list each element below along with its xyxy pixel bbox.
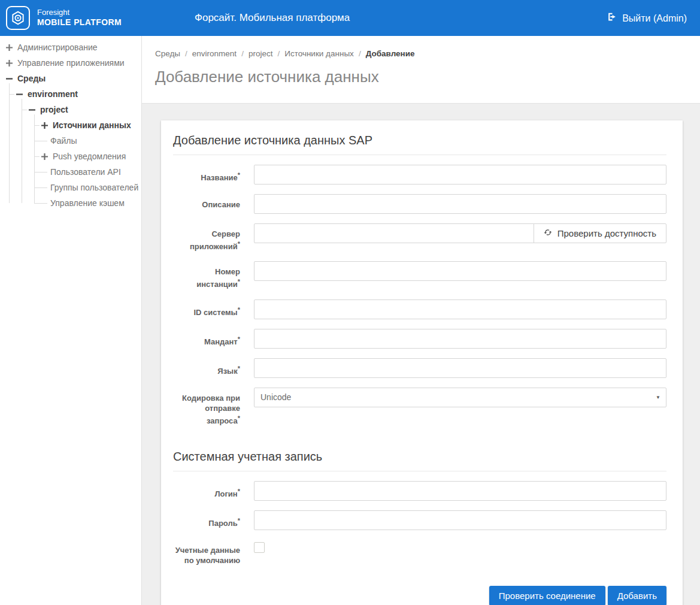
language-label: Язык* (173, 358, 240, 378)
description-input[interactable] (254, 194, 666, 214)
collapse-minus-icon[interactable] (6, 75, 13, 82)
breadcrumb-data-sources[interactable]: Источники данных (284, 49, 354, 58)
breadcrumb-environment[interactable]: environment (192, 49, 237, 58)
expand-plus-icon[interactable] (41, 122, 48, 129)
sidebar-item-cache-management[interactable]: Управление кэшем (34, 195, 141, 211)
app-window: Foresight MOBILE PLATFORM Форсайт. Мобил… (0, 0, 700, 605)
default-credentials-checkbox[interactable] (254, 542, 265, 553)
form-row-password: Пароль* (173, 510, 666, 530)
logo: Foresight MOBILE PLATFORM (6, 6, 122, 30)
instance-number-input[interactable] (254, 261, 666, 281)
add-button[interactable]: Добавить (608, 586, 666, 605)
sidebar-item-files[interactable]: Файлы (34, 133, 141, 149)
refresh-icon (544, 228, 552, 238)
encoding-selected-value: Unicode (260, 392, 291, 402)
tree-connector (34, 172, 47, 173)
sidebar-item-data-sources[interactable]: Источники данных (34, 117, 141, 133)
breadcrumb-separator: / (359, 49, 361, 58)
logo-text: Foresight MOBILE PLATFORM (37, 8, 122, 28)
breadcrumb-separator: / (277, 49, 280, 58)
form-row-system-id: ID системы* (173, 300, 666, 319)
breadcrumb-separator: / (185, 49, 187, 58)
required-marker: * (238, 171, 240, 179)
section-title-sap: Добавление источника данных SAP (173, 134, 666, 155)
language-input[interactable] (254, 358, 666, 378)
logo-line2: MOBILE PLATFORM (37, 17, 122, 28)
system-id-label: ID системы* (173, 300, 240, 319)
tree-connector (9, 94, 14, 95)
breadcrumb-project[interactable]: project (249, 49, 273, 58)
required-marker: * (238, 306, 240, 313)
logout-icon (607, 12, 617, 25)
sidebar-item-app-management[interactable]: Управление приложениями (0, 55, 141, 71)
sidebar-nav-tree: Администрирование Управление приложениям… (0, 36, 142, 605)
encoding-label: Кодировка при отправке запроса* (173, 388, 240, 426)
foresight-logo-icon (6, 6, 30, 30)
required-marker: * (238, 365, 240, 372)
expand-plus-icon[interactable] (41, 153, 48, 160)
breadcrumb-environments[interactable]: Среды (155, 49, 180, 58)
login-input[interactable] (254, 481, 666, 501)
sidebar-item-environments[interactable]: Среды (0, 71, 141, 86)
mandant-input[interactable] (254, 329, 666, 349)
breadcrumb: Среды / environment / project / Источник… (155, 49, 688, 58)
breadcrumb-current: Добавление (366, 49, 415, 58)
expand-plus-icon[interactable] (6, 44, 13, 51)
page-title: Добавление источника данных (155, 68, 688, 86)
collapse-minus-icon[interactable] (16, 91, 23, 98)
form-row-default-credentials: Учетные данные по умолчанию (173, 540, 666, 565)
mandant-label: Мандант* (173, 329, 240, 349)
password-label: Пароль* (173, 510, 240, 530)
sidebar-item-push-notifications[interactable]: Push уведомления (34, 149, 141, 164)
form-row-mandant: Мандант* (173, 329, 666, 349)
required-marker: * (238, 415, 240, 422)
server-label: Сервер приложений* (173, 223, 240, 252)
tree-connector (22, 110, 27, 110)
form-row-login: Логин* (173, 481, 666, 501)
server-input[interactable] (254, 223, 534, 243)
sidebar-item-project[interactable]: project (22, 102, 141, 117)
logout-button[interactable]: Выйти (Admin) (607, 12, 687, 25)
required-marker: * (238, 488, 240, 495)
check-availability-label: Проверить доступность (557, 228, 656, 238)
form-row-server: Сервер приложений* Проверить доступность (173, 223, 666, 252)
required-marker: * (238, 517, 240, 524)
logout-label: Выйти (Admin) (622, 13, 687, 23)
chevron-down-icon: ▼ (656, 395, 660, 400)
sidebar-item-administration[interactable]: Администрирование (0, 40, 141, 55)
page-header: Среды / environment / project / Источник… (142, 36, 700, 104)
sidebar-item-environment[interactable]: environment (9, 86, 141, 102)
form-row-instance: Номер инстанции* (173, 261, 666, 289)
system-id-input[interactable] (254, 300, 666, 319)
name-label: Название* (173, 165, 240, 184)
form-actions: Проверить соединение Добавить (173, 586, 666, 605)
sidebar-item-user-groups[interactable]: Группы пользователей (34, 180, 141, 195)
password-input[interactable] (254, 510, 666, 530)
breadcrumb-separator: / (241, 49, 244, 58)
tree-connector (34, 141, 47, 141)
default-credentials-label: Учетные данные по умолчанию (173, 540, 240, 565)
check-availability-button[interactable]: Проверить доступность (534, 223, 666, 243)
instance-label: Номер инстанции* (173, 261, 240, 289)
app-title: Форсайт. Мобильная платформа (195, 12, 350, 24)
required-marker: * (238, 278, 240, 285)
form-row-language: Язык* (173, 358, 666, 378)
form-row-name: Название* (173, 165, 666, 184)
test-connection-button[interactable]: Проверить соединение (489, 586, 605, 605)
name-input[interactable] (254, 165, 666, 184)
form-row-encoding: Кодировка при отправке запроса* Unicode … (173, 388, 666, 426)
required-marker: * (238, 240, 240, 247)
expand-plus-icon[interactable] (6, 60, 13, 66)
tree-connector (34, 125, 40, 126)
encoding-select[interactable]: Unicode ▼ (254, 388, 666, 407)
sidebar-item-api-users[interactable]: Пользователи API (34, 164, 141, 180)
collapse-minus-icon[interactable] (29, 107, 35, 113)
login-label: Логин* (173, 481, 240, 501)
tree-connector (34, 156, 40, 157)
logo-line1: Foresight (37, 8, 122, 17)
content-area: Добавление источника данных SAP Название… (142, 104, 700, 605)
app-header: Foresight MOBILE PLATFORM Форсайт. Мобил… (0, 0, 700, 36)
required-marker: * (238, 335, 240, 343)
section-title-account: Системная учетная запись (173, 450, 666, 471)
tree-connector (34, 187, 47, 188)
